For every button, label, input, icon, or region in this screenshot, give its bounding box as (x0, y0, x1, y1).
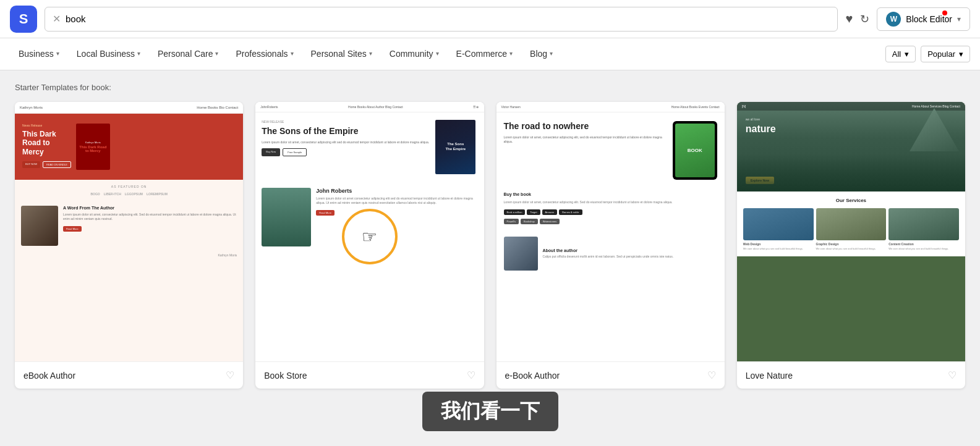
book-title-cover: This Dark Road to Mercy (79, 145, 108, 153)
search-subtitle: Starter Templates for book: (15, 83, 965, 92)
block-editor-label: Block Editor (906, 14, 952, 24)
main-content: Starter Templates for book: Kathryn Mori… (0, 70, 980, 401)
nav-item-community[interactable]: Community ▾ (381, 38, 448, 70)
cursor-hand-icon: ☞ (362, 227, 377, 247)
nav-links: Home Books Bio Contact (197, 106, 238, 109)
service-desc-1: We care about what you see and build bea… (743, 247, 814, 250)
chevron-down-icon: ▾ (550, 50, 553, 57)
logo-3: LGGOPSUM (125, 192, 143, 196)
word-title: A Word From The Author (63, 206, 237, 210)
dropdown-arrow-icon[interactable]: ▾ (957, 15, 961, 23)
favorite-icon-4[interactable]: ♡ (948, 369, 957, 381)
refresh-icon[interactable]: ↻ (860, 12, 869, 26)
read-more-btn: Read More (63, 226, 82, 232)
favorite-icon-2[interactable]: ♡ (467, 369, 475, 381)
lake-image (743, 208, 814, 240)
service-name-1: Web Design (743, 242, 814, 246)
hero-eyebrow-4: we all love (746, 117, 776, 121)
nav-label: Personal Sites (311, 49, 367, 59)
buy-title: Buy the book (504, 192, 717, 196)
nav-item-personal-sites[interactable]: Personal Sites ▾ (302, 38, 381, 70)
logo[interactable]: S (10, 6, 37, 33)
buy-btn: BUY NOW (22, 161, 40, 168)
nature-hero-text: we all love nature (746, 117, 776, 135)
template-thumbnail-1: Kathryn Moris Home Books Bio Contact New… (15, 102, 243, 361)
author-section: A Word From The Author Lorem ipsum dolor… (15, 201, 243, 251)
forest-image (888, 208, 959, 240)
nature-nav: [N] Home About Services Blog Contact (737, 102, 965, 111)
nav-item-personal-care[interactable]: Personal Care ▾ (149, 38, 228, 70)
template-card-book-store[interactable]: JohnRoberts Home Books About Author Blog… (255, 102, 484, 389)
card-footer-2: Book Store ♡ (255, 361, 484, 389)
press-logos: BOGO LIBER·ITCH LGGOPSUM LOREMIPSUM (21, 192, 237, 196)
hero-section-4: [N] Home About Services Blog Contact we … (737, 102, 965, 191)
buy-btn-2: Buy Now (262, 148, 280, 156)
mountains-decoration (910, 108, 959, 151)
card-footer-1: eBook Author ♡ (15, 361, 243, 389)
chevron-down-icon: ▾ (291, 50, 294, 57)
nature-nav-links: Home About Services Blog Contact (912, 104, 960, 108)
chevron-down-icon: ▾ (905, 49, 909, 59)
template-thumbnail-2: JohnRoberts Home Books About Author Blog… (255, 102, 484, 361)
hero-text: News Release This DarkRoad toMercy BUY N… (22, 124, 71, 170)
nav-item-business[interactable]: Business ▾ (10, 38, 68, 70)
book-a-million-btn: Book a million (504, 209, 526, 215)
template-card-ebook-author-2[interactable]: Victor Hansen Home About Books Events Co… (496, 102, 725, 389)
chevron-down-icon: ▾ (509, 50, 513, 57)
buy-body: Lorem ipsum dolor sit amet, consectetur … (504, 200, 717, 204)
target-btn: Target (527, 209, 540, 215)
hero-section: News Release This DarkRoad toMercy BUY N… (15, 114, 243, 180)
site-name-2: JohnRoberts (260, 105, 278, 109)
block-editor-button[interactable]: W Block Editor ▾ (877, 7, 970, 31)
template-card-ebook-author[interactable]: Kathryn Moris Home Books Bio Contact New… (15, 102, 243, 389)
featured-section: AS FEATURED ON BOGO LIBER·ITCH LGGOPSUM … (15, 180, 243, 201)
nav-item-professionals[interactable]: Professionals ▾ (227, 38, 302, 70)
template-name-2: Book Store (264, 371, 307, 381)
favorite-icon-1[interactable]: ♡ (226, 369, 234, 381)
word-body: Lorem ipsum dolor sit amet, consectetur … (63, 212, 237, 221)
card-footer-3: e-Book Author ♡ (496, 361, 725, 389)
nav-label: Professionals (236, 49, 288, 59)
waterstones-btn: Waterstones (540, 219, 560, 224)
hero-eyebrow: News Release (22, 124, 71, 127)
clear-search-icon[interactable]: ✕ (53, 13, 61, 25)
hero-section-3: The road to nowhere Lorem ipsum dolor si… (496, 112, 725, 188)
favorites-icon[interactable]: ♥ (845, 12, 853, 26)
book-desc-3: Lorem ipsum dolor sit amet, consectetur … (504, 135, 665, 144)
filter-popular-select[interactable]: Popular ▾ (921, 46, 970, 62)
nav-item-blog[interactable]: Blog ▾ (521, 38, 561, 70)
book-title-3: The road to nowhere (504, 121, 665, 132)
cursor-circle-overlay: ☞ (342, 209, 398, 264)
favorite-icon-3[interactable]: ♡ (707, 369, 716, 381)
wp-letter: W (890, 15, 897, 23)
chevron-down-icon: ▾ (56, 50, 59, 57)
trees-decoration (737, 154, 965, 191)
search-bar[interactable]: ✕ (45, 7, 838, 32)
nav-label: Local Business (77, 49, 135, 59)
chevron-down-icon: ▾ (436, 50, 439, 57)
nav-links-3: Home About Books Events Contact (671, 105, 720, 109)
retailer-buttons: Book a million Target Amazon Barnes & no… (504, 209, 717, 215)
device-screen: BOOK (675, 124, 715, 177)
bio-text: John Roberts Lorem ipsum dolor sit amet … (316, 188, 477, 216)
read-more-btn-2: Read More (316, 210, 334, 216)
new-release: NEW RELEASE (262, 120, 429, 124)
amazon-btn: Amazon (542, 209, 558, 215)
book-title-2: The Sons of the Empire (262, 126, 429, 137)
hero-title: This DarkRoad toMercy (22, 130, 71, 156)
service-name-3: Content Creation (888, 242, 959, 246)
kindle-btn: READ ON KINDLE (43, 161, 71, 168)
nav-item-local-business[interactable]: Local Business ▾ (68, 38, 149, 70)
nav-item-ecommerce[interactable]: E-Commerce ▾ (448, 38, 521, 70)
search-input[interactable] (66, 14, 830, 24)
template-card-love-nature[interactable]: [N] Home About Services Blog Contact we … (737, 102, 965, 389)
template-grid: Kathryn Moris Home Books Bio Contact New… (15, 102, 965, 389)
book-desc-2: Lorem ipsum dolor sit amet, consectetur … (262, 140, 429, 145)
about-text: About the author Calips put officila des… (543, 248, 674, 259)
filter-all-select[interactable]: All ▾ (885, 46, 916, 62)
chevron-down-icon: ▾ (369, 50, 372, 57)
filter-popular-label: Popular (927, 49, 955, 59)
card-footer-4: Love Nature ♡ (737, 361, 965, 389)
service-2: Graphic Design We care about what you se… (816, 208, 887, 250)
nav-links-2: Home Books About Author Blog Contact (348, 105, 403, 109)
